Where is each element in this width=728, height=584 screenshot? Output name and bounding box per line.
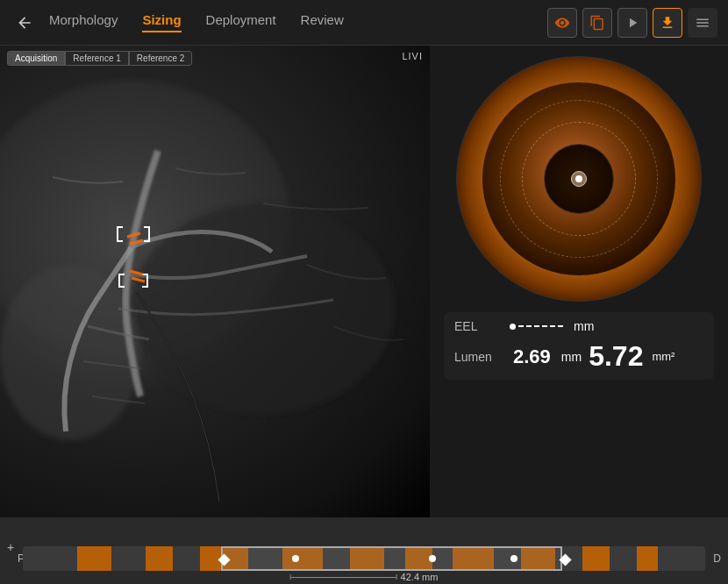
eel-measurement: EEL mm xyxy=(454,319,703,333)
lumen-area-unit: mm² xyxy=(652,350,674,363)
tab-reference2[interactable]: Reference 2 xyxy=(129,51,192,66)
eye-button[interactable] xyxy=(547,8,577,38)
lumen-measurement: Lumen 2.69 mm 5.72 mm² xyxy=(454,340,703,373)
d-label: D xyxy=(713,552,721,565)
nav-tabs: Morphology Sizing Deployment Review xyxy=(49,12,547,32)
angio-image: Acquisition Reference 1 Reference 2 LIVI xyxy=(0,46,430,517)
bottom-strip: + P D xyxy=(0,517,728,584)
top-navigation: Morphology Sizing Deployment Review xyxy=(0,0,728,46)
copy-button[interactable] xyxy=(582,8,612,38)
timeline-bar[interactable] xyxy=(23,546,705,571)
livi-label: LIVI xyxy=(402,51,423,61)
lumen-diameter-value: 2.69 xyxy=(513,345,551,368)
tab-review[interactable]: Review xyxy=(301,12,344,32)
angio-panel: Acquisition Reference 1 Reference 2 LIVI xyxy=(0,46,430,517)
distance-label: 42.4 mm xyxy=(290,572,439,582)
main-content: Acquisition Reference 1 Reference 2 LIVI… xyxy=(0,46,728,517)
image-tabs: Acquisition Reference 1 Reference 2 xyxy=(7,51,192,66)
lumen-unit: mm xyxy=(561,350,582,364)
lumen-label: Lumen xyxy=(454,350,503,364)
eel-label: EEL xyxy=(454,319,503,333)
tab-morphology[interactable]: Morphology xyxy=(49,12,118,32)
menu-button[interactable] xyxy=(688,8,717,38)
plus-button[interactable]: + xyxy=(7,540,14,554)
scale-label: 1 mm xyxy=(644,281,691,292)
timeline-area: + P D xyxy=(0,533,728,584)
tab-sizing[interactable]: Sizing xyxy=(142,12,181,32)
tab-deployment[interactable]: Deployment xyxy=(206,12,276,32)
tab-acquisition[interactable]: Acquisition xyxy=(7,51,65,66)
play-button[interactable] xyxy=(617,8,647,38)
lumen-area-value: 5.72 xyxy=(589,340,643,373)
eel-unit: mm xyxy=(574,319,594,333)
frame-label: F: 148 xyxy=(467,281,495,292)
measurements-panel: EEL mm Lumen 2.69 mm 5.72 mm² xyxy=(444,312,714,380)
tab-reference1[interactable]: Reference 1 xyxy=(65,51,128,66)
eel-dashes xyxy=(510,324,563,330)
oct-image: F: 148 1 mm xyxy=(456,56,702,302)
toolbar-icons xyxy=(547,8,717,38)
right-panel: F: 148 1 mm EEL mm Lumen 2.69 xyxy=(430,46,728,517)
download-button[interactable] xyxy=(653,8,682,38)
back-button[interactable] xyxy=(11,9,39,37)
